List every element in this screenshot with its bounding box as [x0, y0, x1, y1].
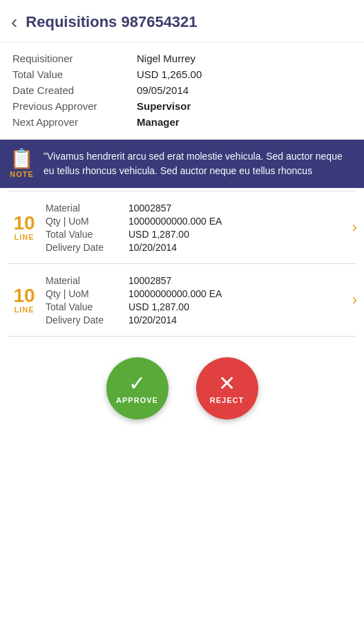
info-value: Nigel Murrey [137, 53, 195, 64]
info-value: Supervisor [137, 100, 191, 112]
info-label: Requisitioner [12, 53, 137, 64]
reject-icon: ✕ [218, 373, 236, 394]
approve-icon: ✓ [128, 373, 146, 394]
line-row-qty: Qty | UoM 10000000000.000 EA [46, 214, 347, 227]
info-row: Previous ApproverSupervisor [12, 98, 352, 114]
info-label: Date Created [12, 84, 137, 96]
line-row-value: Total Value USD 1,287.00 [46, 300, 347, 313]
line-qty: 10000000000.000 EA [128, 288, 222, 299]
line-material: 10002857 [128, 275, 171, 286]
line-key: Delivery Date [46, 314, 128, 326]
note-banner: 📋 NOTE "Vivamus hendrerit arcu sed erat … [0, 140, 364, 188]
line-row-material: Material 10002857 [46, 274, 347, 287]
line-total-value: USD 1,287.00 [128, 229, 189, 240]
line-label: LINE [14, 233, 34, 241]
line-item[interactable]: 10 LINE Material 10002857 Qty | UoM 1000… [0, 191, 364, 263]
info-section: RequisitionerNigel MurreyTotal ValueUSD … [0, 42, 364, 137]
line-qty: 10000000000.000 EA [128, 216, 222, 227]
line-key: Material [46, 202, 128, 214]
chevron-right-icon: › [352, 218, 357, 236]
reject-button[interactable]: ✕ REJECT [196, 357, 258, 420]
line-details: Material 10002857 Qty | UoM 10000000000.… [46, 201, 347, 254]
line-label: LINE [14, 305, 34, 314]
line-details: Material 10002857 Qty | UoM 10000000000.… [46, 274, 347, 326]
info-value: 09/05/2014 [137, 84, 189, 96]
back-button[interactable]: ‹ [11, 12, 17, 32]
line-key: Delivery Date [46, 242, 128, 253]
line-key: Qty | UoM [46, 216, 128, 227]
line-material: 10002857 [128, 202, 171, 214]
line-number-wrap: 10 LINE [10, 286, 39, 314]
line-number: 10 [13, 286, 35, 305]
page-title: Requisitions 987654321 [26, 13, 197, 31]
line-delivery-date: 10/20/2014 [128, 314, 177, 326]
info-row: Date Created09/05/2014 [12, 82, 352, 98]
info-row: Total ValueUSD 1,265.00 [12, 66, 352, 82]
line-key: Qty | UoM [46, 288, 128, 299]
line-total-value: USD 1,287.00 [128, 301, 189, 312]
line-key: Total Value [46, 229, 128, 240]
info-label: Next Approver [12, 116, 137, 128]
info-label: Previous Approver [12, 100, 137, 112]
line-row-delivery: Delivery Date 10/20/2014 [46, 313, 347, 326]
approve-button[interactable]: ✓ APPROVE [106, 357, 169, 420]
info-value: Manager [137, 116, 180, 128]
clipboard-icon: 📋 [10, 149, 34, 169]
line-item[interactable]: 10 LINE Material 10002857 Qty | UoM 1000… [0, 264, 364, 336]
line-row-delivery: Delivery Date 10/20/2014 [46, 241, 347, 254]
line-number-wrap: 10 LINE [10, 214, 39, 241]
note-icon-wrap: 📋 NOTE [10, 149, 34, 178]
line-delivery-date: 10/20/2014 [128, 242, 177, 253]
action-row: ✓ APPROVE ✕ REJECT [0, 337, 364, 433]
info-value: USD 1,265.00 [137, 68, 202, 80]
line-row-qty: Qty | UoM 10000000000.000 EA [46, 287, 347, 300]
line-number: 10 [13, 214, 35, 233]
line-row-material: Material 10002857 [46, 201, 347, 214]
info-row: RequisitionerNigel Murrey [12, 50, 352, 66]
info-label: Total Value [12, 68, 137, 80]
note-text: "Vivamus hendrerit arcu sed erat molesti… [44, 149, 354, 178]
info-row: Next ApproverManager [12, 114, 352, 130]
line-key: Material [46, 275, 128, 286]
chevron-right-icon: › [352, 291, 357, 309]
line-key: Total Value [46, 301, 128, 312]
header: ‹ Requisitions 987654321 [0, 0, 364, 42]
line-items-container: 10 LINE Material 10002857 Qty | UoM 1000… [0, 191, 364, 337]
line-row-value: Total Value USD 1,287.00 [46, 227, 347, 241]
